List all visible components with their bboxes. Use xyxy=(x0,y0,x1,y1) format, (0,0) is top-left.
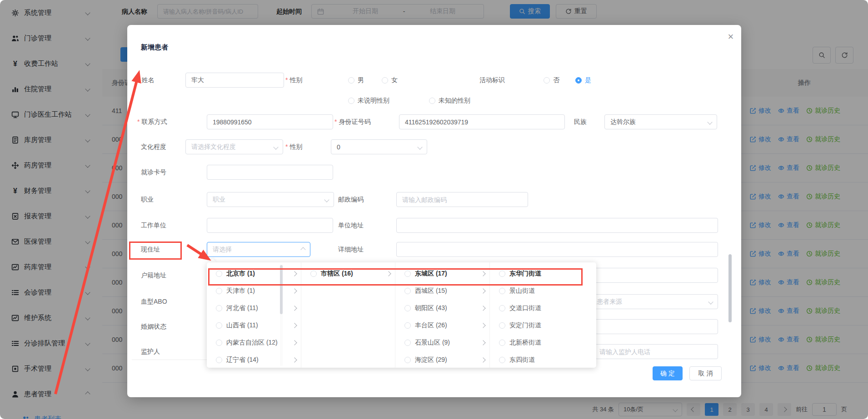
radio-icon xyxy=(310,271,317,277)
work-unit-input[interactable] xyxy=(207,218,333,233)
cascader-option-label: 河北省 (11) xyxy=(226,304,258,312)
gender-label: *性别 xyxy=(285,73,302,88)
cascader-option-label: 东城区 (17) xyxy=(415,270,447,278)
gender-radio-female[interactable]: 女 xyxy=(382,73,398,88)
radio-icon xyxy=(499,288,505,294)
cascader-scrollbar-thumb[interactable] xyxy=(280,265,283,314)
chevron-right-icon xyxy=(292,271,297,276)
cascader-option[interactable]: 天津市 (1) xyxy=(207,282,301,300)
gender-radio-male[interactable]: 男 xyxy=(348,73,364,88)
cascader-option[interactable]: 辽宁省 (14) xyxy=(207,351,301,368)
cascader-option-label: 交道口街道 xyxy=(509,304,541,312)
cascader-option[interactable]: 海淀区 (29) xyxy=(395,351,489,368)
modal-title: 新增患者 xyxy=(141,43,168,52)
active-radio-yes[interactable]: 是 xyxy=(575,73,591,88)
radio-icon xyxy=(404,288,411,294)
current-address-cascader-select[interactable]: 请选择 xyxy=(207,242,310,257)
radio-icon xyxy=(216,288,222,294)
modal-scrollbar[interactable] xyxy=(728,254,732,322)
confirm-button[interactable]: 确 定 xyxy=(653,366,683,380)
chevron-right-icon xyxy=(480,323,485,328)
cascader-option[interactable]: 河北省 (11) xyxy=(207,300,301,317)
cascader-option-label: 景山街道 xyxy=(509,287,535,295)
nation-label: 民族 xyxy=(574,114,587,129)
close-icon[interactable]: × xyxy=(725,31,736,42)
gender2-label: *性别 xyxy=(285,139,302,154)
detail-address-input[interactable] xyxy=(396,242,718,257)
education-select[interactable]: 请选择文化程度 xyxy=(185,139,283,154)
cascader-option[interactable]: 北新桥街道 xyxy=(490,334,596,351)
radio-icon xyxy=(216,357,222,363)
active-radio-no[interactable]: 否 xyxy=(544,73,559,88)
radio-icon xyxy=(499,271,505,277)
unit-address-input[interactable] xyxy=(396,218,718,233)
radio-icon xyxy=(216,340,222,346)
cascader-option-label: 天津市 (1) xyxy=(226,287,255,295)
chevron-right-icon xyxy=(480,340,485,345)
phone-input[interactable] xyxy=(207,114,333,129)
cascader-option[interactable]: 丰台区 (26) xyxy=(395,317,489,334)
form-clip-divider xyxy=(132,360,209,360)
active-flag-label: 活动标识 xyxy=(479,73,505,88)
radio-icon xyxy=(499,357,505,363)
radio-icon xyxy=(404,305,411,311)
chevron-down-icon xyxy=(707,119,712,124)
cascader-option[interactable]: 内蒙古自治区 (12) xyxy=(207,334,301,351)
cancel-button[interactable]: 取 消 xyxy=(689,366,722,380)
cascader-option[interactable]: 北京市 (1) xyxy=(207,265,301,282)
card-no-input[interactable] xyxy=(207,165,333,180)
cascader-option-label: 西城区 (15) xyxy=(415,287,447,295)
cascader-option[interactable]: 东四街道 xyxy=(490,351,596,368)
address-cascader-dropdown: 北京市 (1)天津市 (1)河北省 (11)山西省 (11)内蒙古自治区 (12… xyxy=(207,262,596,368)
idcard-label: *身份证号码 xyxy=(334,114,370,129)
cascader-option[interactable]: 安定门街道 xyxy=(490,317,596,334)
app-root: 系统管理门诊管理¥收费工作站住院管理门诊医生工作站库房管理药房管理¥财务管理报表… xyxy=(0,0,868,419)
name-label: *姓名 xyxy=(137,73,154,88)
cascader-option-label: 东华门街道 xyxy=(509,270,541,278)
chevron-right-icon xyxy=(292,306,297,311)
chevron-right-icon xyxy=(480,288,485,293)
cascader-option[interactable]: 市辖区 (16) xyxy=(301,265,395,282)
radio-icon xyxy=(216,322,222,329)
gender-radio-unknown[interactable]: 未知的性别 xyxy=(429,93,470,108)
detail-address-label: 详细地址 xyxy=(338,242,364,257)
card-no-label: 就诊卡号 xyxy=(141,165,166,180)
occupation-select[interactable]: 职业 xyxy=(207,192,334,207)
work-unit-label: 工作单位 xyxy=(141,218,166,233)
cascader-option-label: 石景山区 (9) xyxy=(415,339,450,347)
cascader-option-label: 安定门街道 xyxy=(509,321,541,330)
marriage-label: 婚姻状态 xyxy=(141,319,166,334)
cascader-option[interactable]: 东城区 (17) xyxy=(395,265,489,282)
unit-address-label: 单位地址 xyxy=(338,218,364,233)
cascader-option[interactable]: 西城区 (15) xyxy=(395,282,489,300)
cascader-option-label: 北新桥街道 xyxy=(509,339,541,347)
cascader-option-label: 山西省 (11) xyxy=(226,321,258,330)
registered-address-label: 户籍地址 xyxy=(141,268,166,283)
guardian-label: 监护人 xyxy=(141,344,160,359)
radio-icon xyxy=(499,340,505,346)
name-input[interactable] xyxy=(185,73,284,88)
cascader-column-4: 东华门街道景山街道交道口街道安定门街道北新桥街道东四街道 xyxy=(490,262,596,368)
gender2-select[interactable]: 0 xyxy=(331,139,427,154)
cascader-option[interactable]: 东华门街道 xyxy=(490,265,596,282)
cascader-option[interactable]: 山西省 (11) xyxy=(207,317,301,334)
radio-icon xyxy=(404,340,411,346)
cascader-option[interactable]: 交道口街道 xyxy=(490,300,596,317)
chevron-right-icon xyxy=(292,323,297,328)
cascader-option[interactable]: 景山街道 xyxy=(490,282,596,300)
gender-radio-unstated[interactable]: 未说明性别 xyxy=(348,93,389,108)
idcard-input[interactable] xyxy=(399,114,565,129)
chevron-down-icon xyxy=(324,197,329,202)
chevron-right-icon xyxy=(480,357,485,362)
cascader-option[interactable]: 朝阳区 (43) xyxy=(395,300,489,317)
radio-icon xyxy=(216,305,222,311)
guardian-phone-input[interactable] xyxy=(594,344,718,359)
postcode-input[interactable] xyxy=(396,192,528,207)
cascader-option-label: 东四街道 xyxy=(509,356,535,364)
cascader-column-2: 市辖区 (16) xyxy=(301,262,395,368)
nation-select[interactable]: 达斡尔族 xyxy=(604,114,717,129)
cascader-option-label: 市辖区 (16) xyxy=(321,270,353,278)
cascader-option[interactable]: 石景山区 (9) xyxy=(395,334,489,351)
radio-icon xyxy=(404,271,411,277)
cascader-option-label: 内蒙古自治区 (12) xyxy=(226,339,278,347)
